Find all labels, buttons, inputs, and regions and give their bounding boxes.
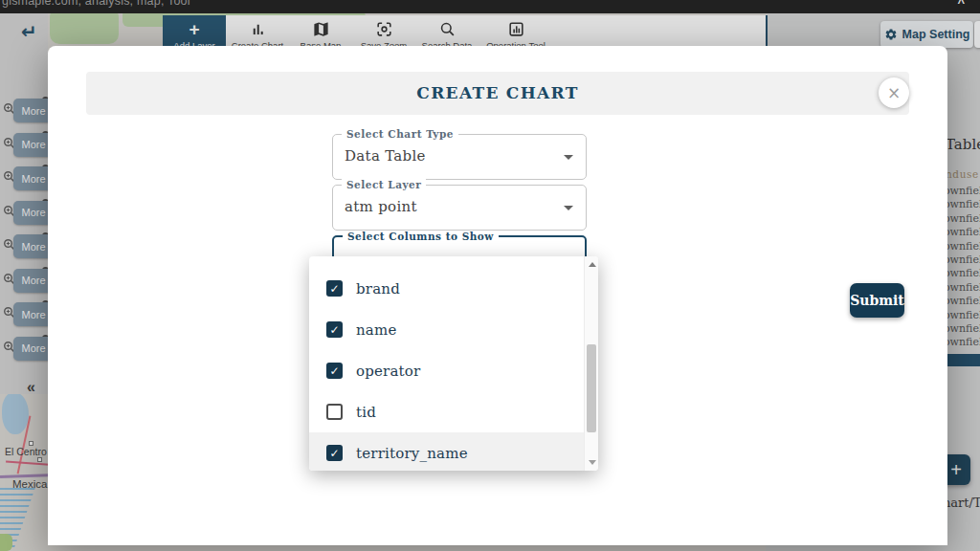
field-value: Data Table — [345, 135, 426, 178]
option-label: operator — [356, 363, 420, 380]
option-label: brand — [356, 280, 400, 298]
checkbox-icon[interactable] — [326, 363, 343, 379]
option-label: name — [356, 321, 397, 339]
option-label: tid — [356, 404, 376, 421]
select-chart-type-field[interactable]: Select Chart Type Data Table — [332, 134, 587, 180]
scroll-down-icon[interactable] — [589, 460, 596, 465]
chevron-down-icon — [564, 206, 573, 210]
modal-title: CREATE CHART — [86, 72, 909, 115]
dropdown-option[interactable]: tid — [309, 391, 584, 432]
option-label: territory_name — [356, 445, 468, 462]
dropdown-option[interactable]: territory_name — [309, 432, 584, 471]
scroll-up-icon[interactable] — [589, 262, 596, 267]
dropdown-option[interactable]: operator — [309, 350, 584, 391]
checkbox-icon[interactable] — [326, 321, 343, 338]
close-icon[interactable]: × — [879, 77, 909, 108]
submit-button[interactable]: Submit — [850, 283, 904, 318]
dropdown-scrollbar[interactable] — [584, 256, 598, 471]
checkbox-icon[interactable] — [326, 280, 343, 297]
field-label: Select Columns to Show — [343, 231, 499, 242]
browser-tab-title: gismaple.com, analysis, map, Tool — [2, 0, 980, 8]
dropdown-option[interactable]: name — [309, 309, 584, 350]
checkbox-icon[interactable] — [326, 445, 343, 461]
columns-option-list: brand name operator tid territory_name — [309, 256, 584, 471]
chevron-down-icon — [564, 155, 573, 160]
chevron-up-icon[interactable]: ^ — [957, 0, 965, 10]
dropdown-option[interactable]: brand — [309, 268, 584, 309]
browser-tab-bar: gismaple.com, analysis, map, Tool ^ — [0, 0, 980, 13]
field-value: atm point — [345, 186, 417, 229]
scrollbar-thumb[interactable] — [587, 344, 596, 432]
modal-header: CREATE CHART — [86, 72, 909, 115]
checkbox-icon[interactable] — [326, 404, 343, 420]
select-layer-field[interactable]: Select Layer atm point — [332, 185, 587, 231]
columns-dropdown: brand name operator tid territory_name — [309, 256, 598, 471]
